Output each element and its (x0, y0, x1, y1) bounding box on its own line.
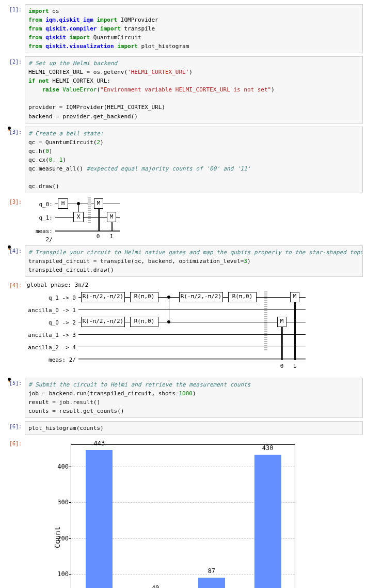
prompt-out: [6]: (4, 438, 25, 588)
output-cell-3: [3]: q_0: q_1: meas: 2/ H X M M 0 1 (4, 196, 363, 242)
code-cell-2: [2]: # Set up the Helmi backend HELMI_CO… (4, 56, 363, 123)
code-input[interactable]: import os from iqm.qiskit_iqm import IQM… (25, 4, 363, 53)
prompt-in: [1]: (4, 4, 25, 53)
prompt-in: •[5]: (4, 378, 25, 418)
code-cell-3: •[3]: # Create a bell state: qc = Quantu… (4, 127, 363, 193)
bar-00 (86, 450, 113, 588)
prompt-in: •[4]: (4, 245, 25, 277)
circuit-diagram-large: global phase: 3π/2 q_1 -> 0 ancilla_0 ->… (25, 280, 363, 375)
code-input[interactable]: # Transpile your circuit to Helmi native… (25, 245, 363, 277)
code-cell-6: [6]: plot_histogram(counts) (4, 421, 363, 435)
prompt-in: •[3]: (4, 127, 25, 193)
prompt-out: [4]: (4, 280, 25, 375)
code-input[interactable]: # Set up the Helmi backend HELMI_CORTEX_… (25, 56, 363, 123)
histogram-plot: Count 0100200300400443004001871043011 (25, 438, 363, 588)
code-input[interactable]: # Submit the circuit to Helmi and retrie… (25, 378, 363, 418)
code-cell-5: •[5]: # Submit the circuit to Helmi and … (4, 378, 363, 418)
prompt-in: [2]: (4, 56, 25, 123)
code-input[interactable]: plot_histogram(counts) (25, 421, 363, 435)
code-cell-4: •[4]: # Transpile your circuit to Helmi … (4, 245, 363, 277)
code-cell-1: [1]: import os from iqm.qiskit_iqm impor… (4, 4, 363, 53)
output-cell-6: [6]: Count 01002003004004430040018710430… (4, 438, 363, 588)
code-input[interactable]: # Create a bell state: qc = QuantumCircu… (25, 127, 363, 193)
prompt-out: [3]: (4, 196, 25, 242)
bar-10 (198, 578, 225, 588)
output-cell-4: [4]: global phase: 3π/2 q_1 -> 0 ancilla… (4, 280, 363, 375)
prompt-in: [6]: (4, 421, 25, 435)
bar-11 (254, 455, 281, 588)
circuit-diagram-small: q_0: q_1: meas: 2/ H X M M 0 1 (25, 196, 363, 242)
